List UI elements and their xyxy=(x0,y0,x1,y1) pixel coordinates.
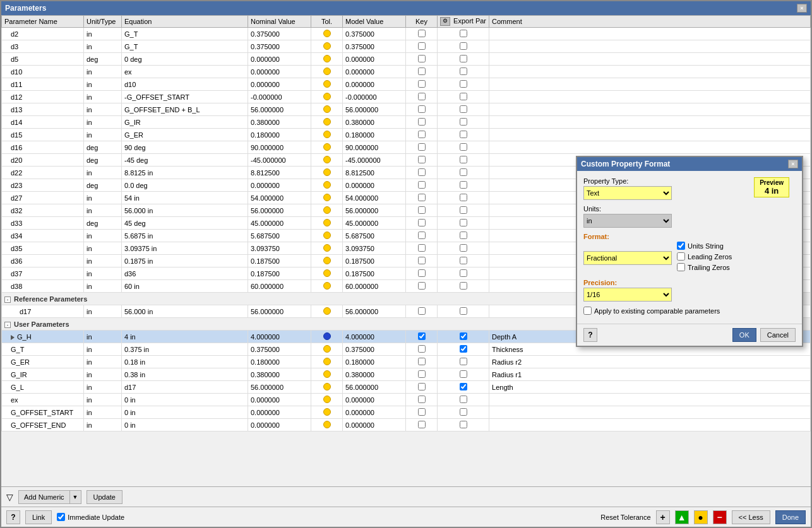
key-checkbox[interactable] xyxy=(418,156,426,163)
export-checkbox[interactable] xyxy=(460,345,467,353)
export-checkbox[interactable] xyxy=(460,408,467,416)
link-button[interactable]: Link xyxy=(25,510,52,524)
export-checkbox[interactable] xyxy=(460,55,467,62)
trailing-zeros-checkbox[interactable] xyxy=(677,263,685,271)
export-checkbox[interactable] xyxy=(460,93,467,100)
key-checkbox[interactable] xyxy=(418,358,426,365)
export-checkbox[interactable] xyxy=(460,396,467,403)
key-checkbox[interactable] xyxy=(418,232,426,239)
key-checkbox[interactable] xyxy=(418,67,426,75)
key-checkbox[interactable] xyxy=(418,105,426,113)
apply-comparable-checkbox[interactable] xyxy=(583,307,592,315)
export-checkbox[interactable] xyxy=(460,332,467,340)
add-numeric-dropdown[interactable]: ▼ xyxy=(69,490,81,504)
key-checkbox[interactable] xyxy=(418,269,426,277)
help-button-bottom[interactable]: ? xyxy=(6,510,20,524)
table-row[interactable]: G_OFFSET_START in 0 in 0.000000 0.000000 xyxy=(2,406,811,419)
table-row[interactable]: ex in 0 in 0.000000 0.000000 xyxy=(2,394,811,406)
key-checkbox[interactable] xyxy=(418,168,426,176)
key-checkbox[interactable] xyxy=(418,370,426,378)
table-row[interactable]: d10 in ex 0.000000 0.000000 xyxy=(2,66,811,78)
units-string-checkbox[interactable] xyxy=(677,242,685,250)
tol-triangle-button[interactable]: ▲ xyxy=(675,510,689,524)
table-row[interactable]: d15 in G_ER 0.180000 0.180000 xyxy=(2,129,811,141)
leading-zeros-checkbox[interactable] xyxy=(677,252,685,261)
export-checkbox[interactable] xyxy=(460,421,467,428)
key-checkbox[interactable] xyxy=(418,30,426,37)
export-checkbox[interactable] xyxy=(460,80,467,88)
key-checkbox[interactable] xyxy=(418,332,426,340)
key-checkbox[interactable] xyxy=(418,118,426,126)
export-checkbox[interactable] xyxy=(460,194,467,201)
immediate-update-checkbox[interactable] xyxy=(57,513,65,521)
table-row[interactable]: G_IR in 0.38 in 0.380000 0.380000 Radius… xyxy=(2,368,811,381)
key-checkbox[interactable] xyxy=(418,421,426,428)
key-checkbox[interactable] xyxy=(418,282,426,290)
table-row[interactable]: G_L in d17 56.000000 56.000000 Length xyxy=(2,381,811,394)
key-checkbox[interactable] xyxy=(418,206,426,214)
key-checkbox[interactable] xyxy=(418,80,426,88)
precision-select[interactable]: 1/2 1/4 1/8 1/16 1/32 1/64 xyxy=(583,288,672,302)
key-checkbox[interactable] xyxy=(418,93,426,100)
export-checkbox[interactable] xyxy=(460,181,467,189)
export-checkbox[interactable] xyxy=(460,358,467,365)
export-checkbox[interactable] xyxy=(460,42,467,50)
export-checkbox[interactable] xyxy=(460,370,467,378)
table-row[interactable]: d11 in d10 0.000000 0.000000 xyxy=(2,78,811,91)
export-checkbox[interactable] xyxy=(460,307,467,315)
export-checkbox[interactable] xyxy=(460,206,467,214)
table-row[interactable]: d13 in G_OFFSET_END + B_L 56.000000 56.0… xyxy=(2,103,811,116)
key-checkbox[interactable] xyxy=(418,143,426,151)
export-checkbox[interactable] xyxy=(460,219,467,226)
export-checkbox[interactable] xyxy=(460,30,467,37)
dialog-help-button[interactable]: ? xyxy=(583,328,597,342)
key-checkbox[interactable] xyxy=(418,219,426,226)
key-checkbox[interactable] xyxy=(418,383,426,390)
units-select[interactable]: in mm cm ft xyxy=(583,214,672,228)
export-checkbox[interactable] xyxy=(460,232,467,239)
table-row[interactable]: G_OFFSET_END in 0 in 0.000000 0.000000 xyxy=(2,419,811,431)
export-checkbox[interactable] xyxy=(460,282,467,290)
key-checkbox[interactable] xyxy=(418,42,426,50)
expand-icon[interactable]: - xyxy=(4,296,11,303)
export-checkbox[interactable] xyxy=(460,257,467,264)
key-checkbox[interactable] xyxy=(418,408,426,416)
export-checkbox[interactable] xyxy=(460,118,467,126)
export-checkbox[interactable] xyxy=(460,269,467,277)
key-checkbox[interactable] xyxy=(418,181,426,189)
export-checkbox[interactable] xyxy=(460,143,467,151)
key-checkbox[interactable] xyxy=(418,345,426,353)
key-checkbox[interactable] xyxy=(418,244,426,252)
key-checkbox[interactable] xyxy=(418,307,426,315)
tol-circle-button[interactable]: ● xyxy=(694,510,708,524)
cancel-button[interactable]: Cancel xyxy=(760,328,796,342)
export-checkbox[interactable] xyxy=(460,131,467,138)
close-button[interactable]: × xyxy=(797,4,807,13)
tol-add-button[interactable]: + xyxy=(656,510,670,524)
ok-button[interactable]: OK xyxy=(732,328,756,342)
expand-icon[interactable]: - xyxy=(4,322,11,328)
table-row[interactable]: d16 deg 90 deg 90.000000 90.000000 xyxy=(2,141,811,154)
export-checkbox[interactable] xyxy=(460,383,467,390)
key-checkbox[interactable] xyxy=(418,194,426,201)
less-button[interactable]: << Less xyxy=(732,510,770,524)
format-select[interactable]: Fractional Decimal Scientific xyxy=(583,251,672,265)
table-row[interactable]: d2 in G_T 0.375000 0.375000 xyxy=(2,28,811,40)
table-row[interactable]: d5 deg 0 deg 0.000000 0.000000 xyxy=(2,53,811,66)
table-row[interactable]: d3 in G_T 0.375000 0.375000 xyxy=(2,40,811,53)
table-row[interactable]: d12 in -G_OFFSET_START -0.000000 -0.0000… xyxy=(2,91,811,103)
key-checkbox[interactable] xyxy=(418,396,426,403)
key-checkbox[interactable] xyxy=(418,55,426,62)
key-checkbox[interactable] xyxy=(418,257,426,264)
export-checkbox[interactable] xyxy=(460,105,467,113)
export-checkbox[interactable] xyxy=(460,156,467,163)
tol-minus-button[interactable]: − xyxy=(713,510,727,524)
key-checkbox[interactable] xyxy=(418,131,426,138)
update-button[interactable]: Update xyxy=(87,490,122,504)
table-row[interactable]: G_ER in 0.18 in 0.180000 0.180000 Radius… xyxy=(2,356,811,368)
export-checkbox[interactable] xyxy=(460,168,467,176)
table-row[interactable]: d14 in G_IR 0.380000 0.380000 xyxy=(2,116,811,129)
dialog-close-button[interactable]: × xyxy=(788,160,798,168)
done-button[interactable]: Done xyxy=(775,510,806,524)
add-numeric-button[interactable]: Add Numeric xyxy=(18,490,69,504)
